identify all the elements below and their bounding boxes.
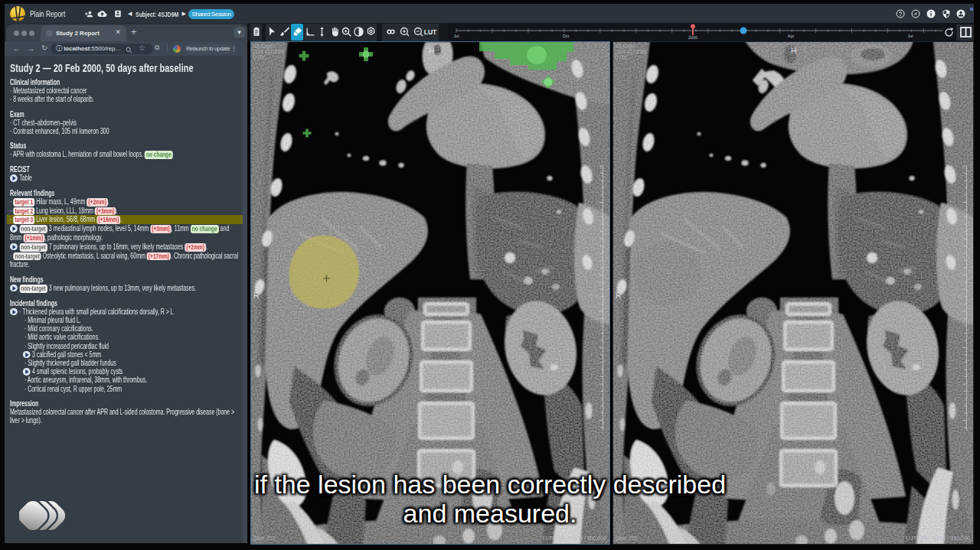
- svg-text:Slice 259: Slice 259: [253, 535, 276, 541]
- svg-text:H: H: [791, 46, 797, 55]
- svg-text:0 GV: 0 GV: [253, 54, 265, 60]
- svg-text:H: H: [429, 46, 435, 55]
- svg-text:R: R: [616, 291, 622, 300]
- svg-text:4SJD9M: 4SJD9M: [253, 44, 273, 49]
- svg-text:20 cm: 20 cm: [952, 294, 963, 298]
- svg-text:LUT: 0/W: 50000 / 350,000: LUT: 0/W: 50000 / 350,000: [906, 535, 970, 541]
- svg-text:R: R: [253, 291, 260, 300]
- svg-text:2000: 2000: [688, 35, 697, 40]
- svg-text:Oct: Oct: [563, 34, 570, 38]
- svg-text:4SJD9M: 4SJD9M: [616, 44, 635, 49]
- svg-text:LUT: 0/W: 50000 / 350,000: LUT: 0/W: 50000 / 350,000: [543, 535, 606, 541]
- svg-text:Slice 256: Slice 256: [616, 535, 638, 541]
- svg-text:0 GV: 0 GV: [616, 54, 627, 60]
- svg-text:Apr: Apr: [788, 34, 795, 38]
- svg-text:20 cm: 20 cm: [588, 294, 599, 298]
- svg-text:Jul: Jul: [907, 34, 913, 38]
- svg-text:Jul: Jul: [453, 34, 459, 38]
